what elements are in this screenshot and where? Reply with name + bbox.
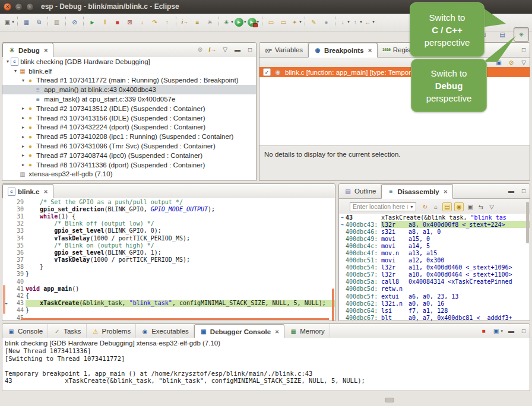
mark-occurrences-button[interactable]: ✎ [308, 15, 319, 28]
tab-tasks[interactable]: ✓Tasks [48, 324, 86, 338]
code-line[interactable]: →43 xTaskCreate(&blink_task, "blink_task… [2, 300, 335, 307]
chevron-down-icon[interactable]: ▾ [244, 20, 246, 24]
code-line[interactable]: 40 [2, 278, 335, 285]
code-line[interactable]: 42{ [2, 292, 335, 299]
disassembly-instruction-row[interactable]: 400dbc4f:mov.na13, a15 [339, 249, 530, 256]
disconnect-button[interactable]: ⊠ [124, 15, 135, 28]
instruction-stepping-button[interactable]: i→ [208, 46, 217, 53]
expander-icon[interactable]: ▸ [20, 106, 26, 111]
disassembly-instruction-row[interactable]: →400dbc43:l32ra8, 0x400d00f8 <_stext+224… [339, 221, 530, 228]
expander-icon[interactable]: ▸ [20, 144, 26, 149]
console-terminate-button[interactable]: ■ [479, 327, 487, 335]
close-icon[interactable]: ✕ [44, 47, 48, 53]
new-wizard-button[interactable]: ▣▾ [3, 15, 14, 28]
open-file-button[interactable]: ▭ [265, 15, 277, 28]
debug-launch-button[interactable]: ✳▾ [222, 15, 233, 28]
disassembly-instruction-row[interactable]: 400dbc49:movia15, 0 [339, 235, 530, 242]
window-resize-grip[interactable] [385, 398, 394, 402]
open-console-button[interactable]: ▣▾ [492, 327, 503, 335]
code-line[interactable]: 31 while(1) { [2, 212, 335, 220]
save-all-button[interactable]: ⧉ [33, 15, 45, 28]
tab-disassembly[interactable]: ≡Disassembly✕ [381, 184, 452, 199]
window-close-button[interactable]: ✕ [4, 3, 11, 11]
expander-icon[interactable]: ▸ [20, 134, 26, 139]
console-output[interactable]: blink checking [GDB Hardware Debugging] … [2, 338, 530, 391]
search-button[interactable]: ✦▾ [290, 15, 302, 28]
debug-tree-row[interactable]: ▸● Thread #7 1073408744 (ipc0) (Suspende… [2, 151, 256, 160]
disassembly-instruction-row[interactable]: 400dbc46:s32ia8, a1, 0 [339, 228, 530, 235]
refresh-button[interactable]: ↻ [421, 203, 429, 211]
home-button[interactable]: ⌂ [432, 203, 440, 211]
chevron-down-icon[interactable]: ▾ [299, 20, 302, 24]
maximize-view-button[interactable]: □ [520, 187, 528, 195]
disassembly-instruction-row[interactable]: 400dbc5f:extuia6, a0, 23, 13 [339, 293, 530, 300]
step-into-button[interactable]: ↓ [137, 15, 148, 28]
maximize-view-button[interactable]: □ [246, 46, 254, 53]
skip-all-breakpoints-button[interactable]: ⊘ [69, 15, 80, 28]
chevron-down-icon[interactable]: ▾ [360, 20, 362, 24]
code-line[interactable]: 29 /* Set the GPIO as a push/pull output… [2, 198, 335, 205]
debug-tree-row[interactable]: ≡ main_task() at cpu_start.c:339 0x400d0… [2, 94, 256, 104]
window-maximize-button[interactable]: ▫ [26, 3, 34, 11]
minimize-view-button[interactable]: ▬ [507, 327, 515, 335]
external-tools-button[interactable]: ►▾ [248, 15, 259, 28]
tab-breakpoints[interactable]: ◉Breakpoints✕ [308, 43, 378, 58]
disassembly-instruction-row[interactable]: 400dbc51:movia12, 0x300 [339, 257, 530, 264]
code-line[interactable]: 39} [2, 271, 335, 278]
debug-tree-row[interactable]: ▸● Thread #6 1073431096 (Tmr Svc) (Suspe… [2, 141, 256, 151]
tab-problems[interactable]: ⚠Problems [87, 324, 137, 338]
disassembly-instruction-row[interactable]: 400dbc57:l32ra10, 0x400d0464 <_stext+110… [339, 271, 530, 278]
instruction-stepping-button[interactable]: i→ [179, 15, 191, 28]
code-line[interactable]: 44} [2, 307, 335, 314]
debug-tree-row[interactable]: ▥ xtensa-esp32-elf-gdb (7.10) [2, 170, 256, 179]
disassembly-instruction-row[interactable]: 400dbc54:l32ra11, 0x400d0460 <_stext+109… [339, 264, 530, 271]
link-editor-button[interactable]: ⇆ [477, 203, 485, 211]
code-editor[interactable]: 29 /* Set the GPIO as a push/pull output… [2, 198, 335, 321]
world-button[interactable]: ● [321, 15, 332, 28]
save-button[interactable]: ▦ [21, 15, 32, 28]
editor-vertical-scrollbar[interactable] [332, 288, 334, 321]
tab-console[interactable]: ▣Console [2, 324, 48, 338]
expander-icon[interactable]: ▸ [20, 162, 26, 167]
disassembly-instruction-row[interactable]: 400dbc5d:retw.n [339, 286, 530, 293]
expander-icon[interactable]: ▾ [20, 78, 26, 83]
minimize-view-button[interactable]: ▬ [233, 46, 242, 53]
close-icon[interactable]: ✕ [43, 189, 48, 195]
tab-outline[interactable]: ▤Outline [339, 184, 381, 198]
terminate-button[interactable]: ■ [112, 15, 123, 28]
minimize-view-button[interactable]: ▬ [507, 187, 515, 195]
debug-perspective-button[interactable]: ✳ [514, 27, 529, 42]
skip-all-button[interactable]: ⊘ [507, 59, 515, 66]
debug-tree-row[interactable]: ▸● Thread #4 1073432224 (dport) (Suspend… [2, 123, 256, 132]
disassembly-instruction-row[interactable]: 400dbc5a:call80x40084314 <xTaskCreatePin… [339, 278, 530, 286]
debug-tree-row[interactable]: ▸● Thread #3 1073413156 (IDLE) (Suspende… [2, 113, 256, 123]
back-history-button[interactable]: ←▾ [363, 15, 375, 28]
view-menu-button[interactable]: ▽ [520, 59, 528, 66]
disassembly-source-row[interactable]: →43xTaskCreate(&blink_task, "blink_tas [339, 214, 530, 221]
show-source-button[interactable]: ▤ [442, 202, 452, 211]
expander-icon[interactable]: ▸ [20, 125, 26, 130]
tab-blink-c[interactable]: cblink.c✕ [2, 184, 53, 199]
trace-control-button[interactable]: ✳ [204, 15, 216, 28]
debug-tree-row[interactable]: ▾▦ blink.elf [2, 66, 256, 76]
tab-debugger-console[interactable]: ▣Debugger Console✕ [194, 324, 284, 339]
maximize-view-button[interactable]: □ [520, 46, 528, 53]
breakpoint-checkbox[interactable]: ✓ [263, 68, 271, 76]
code-line[interactable]: 33 gpio_set_level(BLINK_GPIO, 0); [2, 227, 335, 234]
expander-icon[interactable]: ▾ [5, 59, 11, 64]
track-expression-button[interactable]: ◉ [454, 202, 464, 211]
next-annotation-button[interactable]: ↓▾ [338, 15, 350, 28]
code-line[interactable]: 30 gpio_set_direction(BLINK_GPIO, GPIO_M… [2, 205, 335, 212]
debug-tree-row[interactable]: ▸● Thread #8 1073411336 (dport) (Suspend… [2, 160, 256, 170]
remove-all-terminated-button[interactable]: ⊗ [196, 46, 204, 53]
chevron-down-icon[interactable]: ▾ [12, 20, 14, 24]
window-minimize-button[interactable]: – [15, 3, 23, 11]
chevron-down-icon[interactable]: ▾ [347, 20, 350, 24]
editor-horizontal-scrollbar[interactable] [21, 318, 329, 320]
code-line[interactable]: 37 vTaskDelay(1000 / portTICK_PERIOD_MS)… [2, 256, 335, 264]
debug-tree-row[interactable]: ▾● Thread #1 1073411772 (main : Running)… [2, 76, 256, 85]
previous-annotation-button[interactable]: ↑▾ [351, 15, 362, 28]
new-view-button[interactable]: ▣ [466, 203, 474, 211]
disassembly-scrollbar[interactable] [526, 202, 529, 243]
code-line[interactable]: 38 } [2, 264, 335, 271]
